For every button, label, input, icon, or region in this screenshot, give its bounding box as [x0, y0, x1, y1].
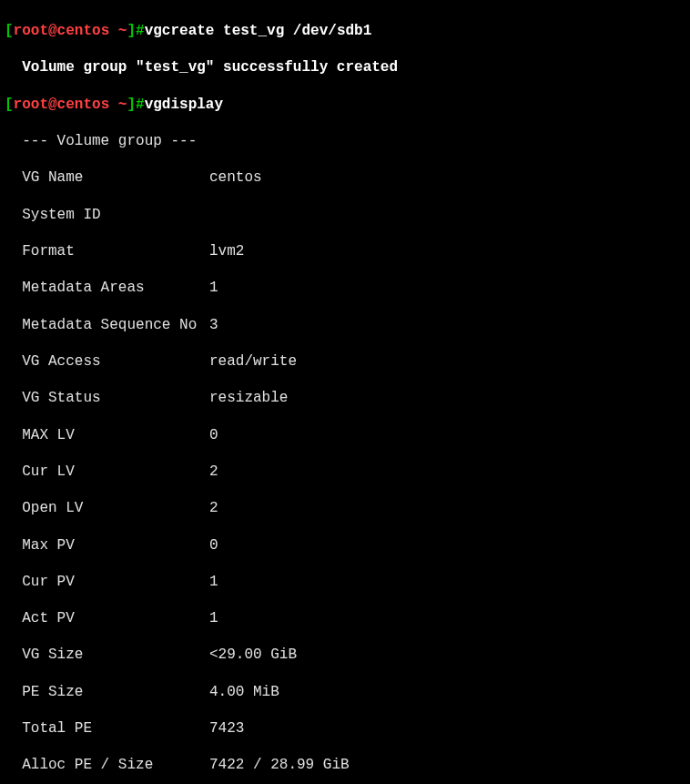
success-message: Volume group "test_vg" successfully crea… [5, 58, 690, 76]
field-value: 2 [209, 500, 218, 516]
field-label: Metadata Sequence No [5, 316, 209, 334]
vg1-openlv: Open LV2 [5, 499, 690, 517]
field-label: Format [5, 242, 209, 260]
field-value: 1 [209, 610, 218, 626]
vg1-mdareas: Metadata Areas1 [5, 279, 690, 297]
vg1-access: VG Accessread/write [5, 352, 690, 371]
vg1-curlv: Cur LV2 [5, 463, 690, 481]
field-label: VG Access [5, 352, 209, 371]
field-value: centos [209, 169, 262, 186]
field-value: 1 [209, 280, 218, 296]
field-value: read/write [209, 353, 297, 370]
field-value: 2 [209, 463, 218, 480]
field-label: Metadata Areas [5, 279, 209, 297]
field-value: 0 [209, 427, 218, 443]
vg1-maxlv: MAX LV0 [5, 426, 690, 444]
field-label: VG Name [5, 168, 209, 187]
vg1-name: VG Namecentos [5, 168, 690, 187]
field-value: lvm2 [209, 243, 244, 260]
bracket-close: ]# [127, 97, 144, 113]
field-label: Alloc PE / Size [5, 756, 209, 774]
prompt-line-1: [root@centos ~]#vgcreate test_vg /dev/sd… [5, 22, 690, 40]
vg1-actpv: Act PV1 [5, 609, 690, 627]
vg1-totalpe: Total PE7423 [5, 719, 690, 738]
field-label: Act PV [5, 609, 209, 627]
field-label: Max PV [5, 536, 209, 555]
prompt-line-2: [root@centos ~]#vgdisplay [5, 96, 690, 114]
field-value: 3 [209, 317, 218, 333]
vg1-vgsize: VG Size<29.00 GiB [5, 646, 690, 664]
vg1-pesize: PE Size4.00 MiB [5, 683, 690, 701]
command-text[interactable]: vgdisplay [145, 97, 223, 113]
field-value: 4.00 MiB [209, 684, 279, 700]
field-label: VG Status [5, 389, 209, 407]
field-label: Total PE [5, 719, 209, 738]
field-value: resizable [209, 390, 288, 406]
field-label: Cur PV [5, 573, 209, 591]
field-value: 1 [209, 574, 218, 590]
vg1-status: VG Statusresizable [5, 389, 690, 407]
field-value: 7422 / 28.99 GiB [209, 757, 350, 773]
command-text[interactable]: vgcreate test_vg /dev/sdb1 [145, 23, 372, 39]
field-label: VG Size [5, 646, 209, 664]
bracket-open: [ [5, 97, 14, 113]
field-label: Open LV [5, 499, 209, 517]
user-host: root@centos ~ [14, 97, 127, 113]
vg1-allocpe: Alloc PE / Size7422 / 28.99 GiB [5, 756, 690, 774]
field-label: Cur LV [5, 463, 209, 481]
vg1-sysid: System ID [5, 206, 690, 224]
vg1-format: Formatlvm2 [5, 242, 690, 260]
terminal: [root@centos ~]#vgcreate test_vg /dev/sd… [0, 0, 690, 784]
vg1-mdseq: Metadata Sequence No3 [5, 316, 690, 334]
bracket-open: [ [5, 23, 14, 39]
field-value: 0 [209, 537, 218, 554]
field-label: MAX LV [5, 426, 209, 444]
user-host: root@centos ~ [14, 23, 127, 39]
vg1-maxpv: Max PV0 [5, 536, 690, 555]
bracket-close: ]# [127, 23, 144, 39]
field-value: 7423 [209, 720, 244, 737]
vg1-curpv: Cur PV1 [5, 573, 690, 591]
field-value: <29.00 GiB [209, 647, 297, 663]
field-label: System ID [5, 206, 209, 224]
field-label: PE Size [5, 683, 209, 701]
vg1-header: --- Volume group --- [5, 132, 690, 150]
